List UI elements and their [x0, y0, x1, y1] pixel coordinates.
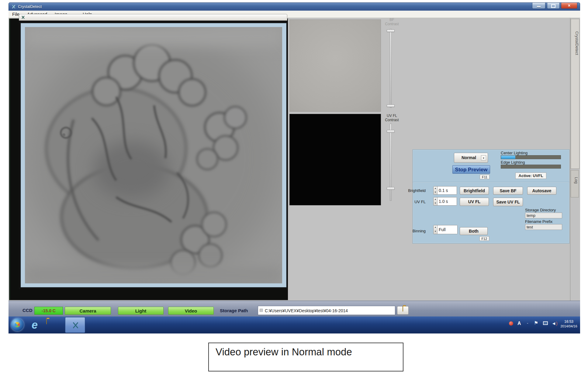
storage-path-input[interactable]: [264, 306, 396, 315]
spin-up-icon[interactable]: ▲: [434, 197, 437, 201]
binning-spinner[interactable]: ▲▼: [433, 225, 458, 234]
tab-crystaldetect[interactable]: CrystalDetect: [571, 19, 579, 169]
path-field-icon[interactable]: ▤: [259, 308, 263, 312]
caption-text: Video preview in Normal mode: [216, 346, 352, 357]
storage-path-label: Storage Path: [220, 308, 248, 313]
mode-value: Normal: [462, 153, 476, 162]
panel-divider: [413, 182, 569, 183]
ime-language-indicator[interactable]: A: [517, 321, 521, 326]
bf-contrast-slider-track[interactable]: [390, 29, 391, 108]
spin-up-icon[interactable]: ▲: [434, 225, 437, 230]
restore-button[interactable]: [547, 3, 560, 9]
video-button[interactable]: Video: [168, 307, 214, 315]
video-window-icon: [21, 15, 25, 19]
storage-directory-input[interactable]: [525, 213, 562, 218]
brightfield-exposure-spinner[interactable]: ▲▼: [433, 186, 457, 195]
spin-down-icon[interactable]: ▼: [434, 201, 437, 205]
tray-flag-icon[interactable]: ⚑: [534, 320, 538, 326]
save-uvfl-button[interactable]: Save UV FL: [493, 198, 523, 206]
taskbar-crystaldetect-button[interactable]: [65, 317, 85, 333]
center-lighting-fill: [501, 156, 515, 159]
title-bar: CrystalDetect ×: [9, 2, 580, 11]
ccd-temperature-value: -15.0 C: [34, 307, 63, 315]
minimize-icon: [537, 6, 541, 7]
both-button[interactable]: Both: [460, 227, 488, 235]
close-icon: ×: [568, 3, 570, 8]
spin-down-icon[interactable]: ▼: [434, 230, 437, 234]
uvfl-preview-pane: [289, 114, 381, 205]
edge-lighting-label: Edge Lighting: [501, 160, 525, 165]
uvfl-exposure-input[interactable]: [438, 197, 457, 205]
close-button[interactable]: ×: [561, 3, 577, 9]
taskbar-explorer-button[interactable]: [46, 319, 60, 331]
taskbar-ie-button[interactable]: e: [28, 318, 41, 332]
both-shortcut-badge: F12: [479, 236, 489, 241]
stop-preview-button[interactable]: Stop Preview: [452, 165, 490, 174]
tray-alert-icon[interactable]: [509, 321, 513, 326]
brightfield-button[interactable]: Brightfield: [460, 187, 489, 195]
crystaldetect-app-icon: [73, 322, 78, 329]
ccd-label: CCD: [22, 308, 33, 313]
browse-folder-button[interactable]: [397, 306, 409, 315]
app-icon: [12, 5, 16, 9]
uvfl-contrast-slider-thumb-high[interactable]: [387, 130, 395, 133]
uvfl-row-label: UV FL: [405, 200, 426, 204]
video-window: [19, 14, 287, 289]
center-lighting-bar[interactable]: [501, 155, 561, 159]
preview-shortcut-badge: F11: [480, 175, 489, 179]
center-lighting-label: Center Lighting: [501, 151, 527, 155]
start-button[interactable]: [11, 318, 24, 331]
spin-up-icon[interactable]: ▲: [434, 186, 437, 190]
uvfl-exposure-spinner[interactable]: ▲▼: [433, 197, 457, 206]
filename-prefix-input[interactable]: [525, 224, 562, 230]
mode-dropdown[interactable]: Normal ▼: [454, 153, 488, 163]
tray-expand-icon[interactable]: ‐: [527, 321, 528, 325]
binning-input[interactable]: [438, 225, 457, 234]
bf-contrast-label: BF Contrast: [380, 18, 404, 26]
internet-explorer-icon: e: [32, 319, 38, 331]
spin-down-icon[interactable]: ▼: [434, 190, 437, 194]
filename-prefix-label: Filename Prefix: [525, 219, 552, 224]
bf-contrast-slider-thumb-high[interactable]: [387, 29, 395, 32]
clock-date: 2014/04/16: [558, 324, 579, 329]
video-window-body: [19, 21, 287, 289]
clock-time: 16:53: [558, 320, 579, 324]
brightfield-row-label: Brightfield: [405, 188, 426, 193]
explorer-folder-icon: [46, 319, 47, 324]
bf-contrast-slider-thumb-low[interactable]: [387, 104, 395, 107]
video-frame: [21, 23, 286, 287]
active-filter-button[interactable]: Active: UVFL: [515, 173, 546, 179]
save-bf-button[interactable]: Save BF: [493, 187, 523, 195]
taskbar: [9, 316, 580, 333]
taskbar-clock[interactable]: 16:53 2014/04/16: [558, 320, 579, 329]
tray-network-icon[interactable]: [543, 321, 548, 325]
tab-log[interactable]: Log: [571, 170, 579, 197]
storage-directory-label: Storage Directory: [525, 208, 556, 212]
uvfl-contrast-slider-thumb-low[interactable]: [387, 187, 395, 190]
uvfl-button[interactable]: UV FL: [460, 198, 489, 206]
mode-dropdown-arrow-icon[interactable]: ▼: [481, 155, 486, 160]
minimize-button[interactable]: [532, 3, 545, 9]
video-preview-image: [25, 27, 282, 283]
camera-button[interactable]: Camera: [65, 307, 111, 315]
tray-volume-icon[interactable]: ◄): [552, 321, 558, 326]
restore-icon: [551, 4, 555, 8]
folder-icon: [403, 306, 403, 312]
storage-path-field: ▤: [258, 306, 395, 315]
caption-box: Video preview in Normal mode: [208, 343, 403, 371]
uvfl-contrast-label: UV FL Contrast: [380, 114, 404, 122]
edge-lighting-bar[interactable]: [501, 165, 561, 169]
video-window-titlebar[interactable]: [19, 14, 287, 21]
binning-row-label: Binning: [405, 229, 426, 233]
side-tab-divider: [570, 18, 570, 301]
windows-logo-icon: [13, 321, 21, 328]
bf-preview-pane: [289, 19, 381, 112]
window-title: CrystalDetect: [18, 3, 42, 11]
autosave-button[interactable]: Autosave: [527, 187, 556, 195]
light-button[interactable]: Light: [118, 307, 164, 315]
brightfield-exposure-input[interactable]: [438, 186, 457, 194]
